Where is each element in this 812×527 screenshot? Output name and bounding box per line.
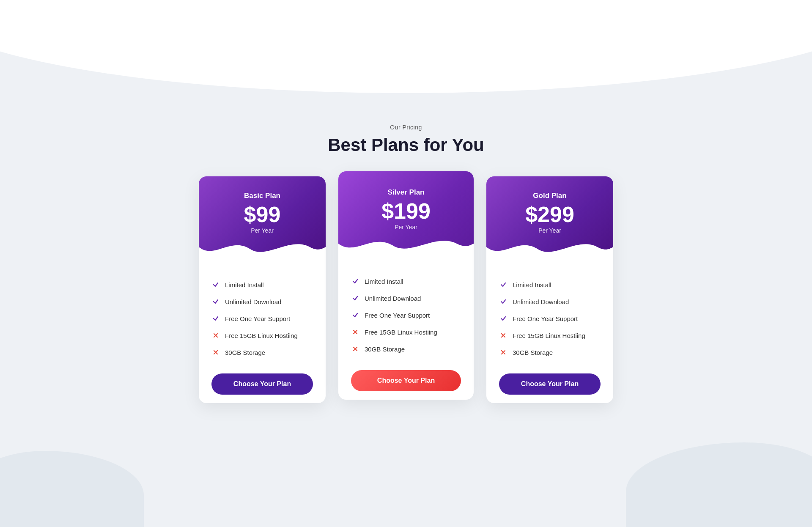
plan-card-gold: Gold Plan $299 Per Year Limited Install	[486, 176, 613, 403]
feature-text-basic-3: Free 15GB Linux Hostiing	[225, 332, 298, 339]
feature-item-gold-1: Unlimited Download	[499, 293, 601, 310]
feature-text-silver-3: Free 15GB Linux Hostiing	[365, 329, 437, 336]
cross-icon	[211, 348, 220, 357]
feature-text-gold-1: Unlimited Download	[513, 298, 569, 305]
feature-text-silver-0: Limited Install	[365, 278, 403, 285]
card-header-silver: Silver Plan $199 Per Year	[338, 171, 474, 260]
check-icon	[351, 311, 359, 319]
feature-text-basic-0: Limited Install	[225, 281, 264, 288]
card-header-basic: Basic Plan $99 Per Year	[199, 176, 326, 264]
cross-icon	[211, 331, 220, 340]
feature-text-basic-1: Unlimited Download	[225, 298, 281, 305]
plan-period-silver: Per Year	[347, 224, 465, 231]
check-icon	[499, 280, 508, 289]
feature-item-silver-4: 30GB Storage	[351, 340, 461, 357]
feature-list-basic: Limited Install Unlimited Download	[211, 276, 313, 361]
feature-text-gold-2: Free One Year Support	[513, 315, 578, 322]
bg-wave-bottom-left	[0, 451, 144, 527]
feature-list-gold: Limited Install Unlimited Download	[499, 276, 601, 361]
plan-period-basic: Per Year	[207, 227, 317, 234]
cross-icon	[499, 331, 508, 340]
feature-item-silver-2: Free One Year Support	[351, 307, 461, 324]
feature-list-silver: Limited Install Unlimited Download	[351, 273, 461, 357]
feature-item-basic-1: Unlimited Download	[211, 293, 313, 310]
feature-text-basic-4: 30GB Storage	[225, 349, 265, 356]
check-icon	[351, 294, 359, 302]
card-body-gold: Limited Install Unlimited Download	[486, 264, 613, 403]
choose-plan-button-basic[interactable]: Choose Your Plan	[211, 373, 313, 395]
check-icon	[211, 297, 220, 306]
section-label: Our Pricing	[390, 124, 422, 131]
feature-item-basic-2: Free One Year Support	[211, 310, 313, 327]
card-body-silver: Limited Install Unlimited Download	[338, 260, 474, 400]
plan-name-silver: Silver Plan	[347, 188, 465, 197]
check-icon	[351, 277, 359, 285]
feature-item-basic-4: 30GB Storage	[211, 344, 313, 361]
header-wave-gold	[486, 234, 613, 264]
cross-icon	[351, 328, 359, 336]
feature-text-silver-4: 30GB Storage	[365, 346, 405, 353]
header-wave-silver	[338, 231, 474, 261]
plan-price-gold: $299	[495, 203, 605, 225]
page-wrapper: Our Pricing Best Plans for You Basic Pla…	[152, 99, 660, 428]
feature-item-silver-1: Unlimited Download	[351, 290, 461, 307]
feature-item-silver-0: Limited Install	[351, 273, 461, 290]
section-title: Best Plans for You	[328, 135, 484, 155]
bg-wave-top	[0, 0, 812, 93]
feature-text-gold-4: 30GB Storage	[513, 349, 553, 356]
plan-price-silver: $199	[347, 200, 465, 222]
feature-item-gold-0: Limited Install	[499, 276, 601, 293]
plan-card-silver: Silver Plan $199 Per Year Limited Instal…	[338, 171, 474, 400]
check-icon	[499, 314, 508, 323]
plans-container: Basic Plan $99 Per Year Limited Install	[161, 176, 651, 403]
plan-name-basic: Basic Plan	[207, 192, 317, 200]
check-icon	[211, 314, 220, 323]
feature-text-silver-2: Free One Year Support	[365, 312, 430, 319]
feature-text-silver-1: Unlimited Download	[365, 295, 421, 302]
plan-card-basic: Basic Plan $99 Per Year Limited Install	[199, 176, 326, 403]
card-header-gold: Gold Plan $299 Per Year	[486, 176, 613, 264]
cross-icon	[351, 345, 359, 353]
feature-item-gold-2: Free One Year Support	[499, 310, 601, 327]
bg-wave-bottom-right	[626, 442, 812, 527]
feature-item-silver-3: Free 15GB Linux Hostiing	[351, 324, 461, 340]
feature-item-gold-3: Free 15GB Linux Hostiing	[499, 327, 601, 344]
feature-text-gold-3: Free 15GB Linux Hostiing	[513, 332, 585, 339]
header-wave-basic	[199, 234, 326, 264]
feature-text-gold-0: Limited Install	[513, 281, 551, 288]
cross-icon	[499, 348, 508, 357]
plan-price-basic: $99	[207, 203, 317, 225]
check-icon	[499, 297, 508, 306]
check-icon	[211, 280, 220, 289]
feature-item-basic-0: Limited Install	[211, 276, 313, 293]
plan-period-gold: Per Year	[495, 227, 605, 234]
feature-item-gold-4: 30GB Storage	[499, 344, 601, 361]
card-body-basic: Limited Install Unlimited Download	[199, 264, 326, 403]
choose-plan-button-gold[interactable]: Choose Your Plan	[499, 373, 601, 395]
plan-name-gold: Gold Plan	[495, 192, 605, 200]
feature-text-basic-2: Free One Year Support	[225, 315, 290, 322]
feature-item-basic-3: Free 15GB Linux Hostiing	[211, 327, 313, 344]
choose-plan-button-silver[interactable]: Choose Your Plan	[351, 370, 461, 391]
